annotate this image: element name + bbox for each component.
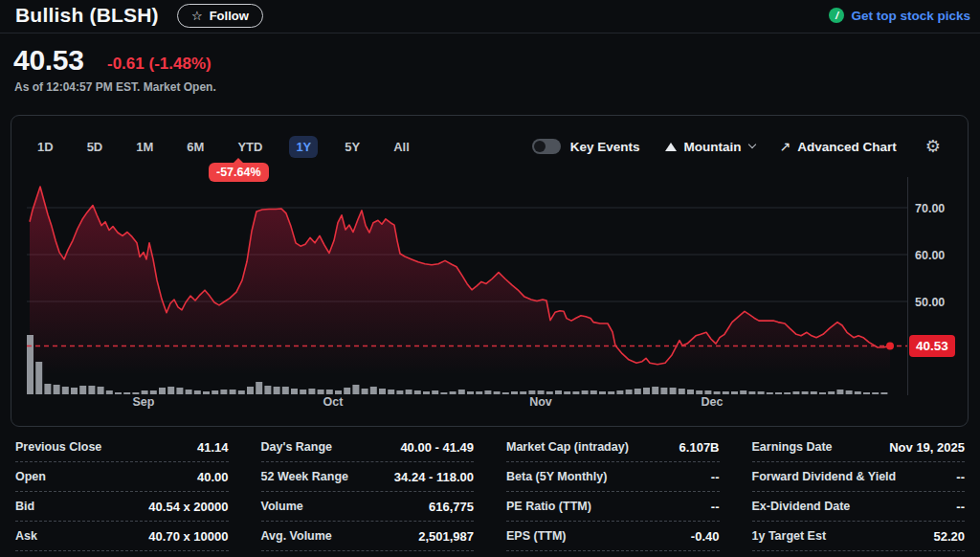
range-1m[interactable]: 1M	[129, 136, 160, 158]
volume-bar	[880, 392, 887, 394]
volume-bar	[238, 390, 245, 394]
volume-bar	[775, 392, 782, 394]
volume-bar	[511, 391, 518, 394]
volume-bar	[282, 387, 289, 394]
volume-bar	[582, 390, 589, 394]
volume-bar	[291, 389, 298, 394]
range-1d[interactable]: 1D	[31, 136, 60, 158]
price-change: -0.61 (-1.48%)	[107, 55, 212, 74]
volume-bar	[863, 392, 870, 394]
volume-bar	[176, 388, 183, 394]
volume-bar	[731, 391, 738, 394]
stat-ex-dividend-date: Ex-Dividend Date--	[752, 492, 966, 522]
toggle-switch-icon[interactable]	[532, 139, 561, 154]
volume-bar	[660, 388, 667, 394]
range-selector: 1D5D1M6MYTD1Y5YAll	[31, 136, 416, 158]
range-all[interactable]: All	[387, 136, 416, 158]
chart-panel: 1D5D1M6MYTD1Y5YAll Key Events Mountain ↗…	[11, 115, 969, 427]
volume-bar	[432, 390, 438, 394]
volume-bar	[740, 390, 746, 394]
stat-ask: Ask40.70 x 10000	[15, 522, 229, 551]
stat-value: 34.24 - 118.00	[394, 470, 474, 484]
volume-bar	[326, 390, 333, 394]
volume-bar	[608, 391, 614, 394]
stat-value: --	[956, 500, 965, 514]
stat-earnings-date: Earnings DateNov 19, 2025	[752, 433, 966, 462]
volume-bar	[616, 390, 623, 394]
stat-value: 40.00 - 41.49	[400, 440, 474, 455]
volume-bar	[476, 391, 482, 394]
stat-value: -0.40	[691, 529, 720, 544]
volume-bar	[494, 391, 501, 394]
stat-value: --	[711, 470, 720, 484]
volume-bar	[828, 391, 835, 394]
volume-bar	[819, 392, 826, 394]
key-events-toggle[interactable]: Key Events	[532, 139, 640, 154]
volume-bar	[546, 391, 553, 394]
volume-bar	[388, 390, 394, 394]
volume-bar	[855, 391, 861, 394]
mountain-icon	[665, 143, 677, 151]
volume-bar	[352, 385, 359, 394]
follow-button[interactable]: ☆ Follow	[177, 4, 263, 28]
volume-bar	[846, 390, 853, 394]
range-5d[interactable]: 5D	[80, 136, 110, 158]
range-ytd[interactable]: YTD	[231, 136, 269, 158]
volume-bar	[502, 392, 509, 394]
range-5y[interactable]: 5Y	[338, 136, 367, 158]
page-title: Bullish (BLSH)	[15, 4, 159, 27]
stat-label: PE Ratio (TTM)	[506, 500, 591, 513]
price-chart[interactable]: 70.0060.0050.00SepOctNovDec	[11, 116, 968, 426]
stat-beta-5y-monthly: Beta (5Y Monthly)--	[506, 462, 720, 492]
volume-bar	[335, 390, 342, 394]
x-axis-label: Dec	[702, 395, 724, 409]
get-top-stock-picks-link[interactable]: / Get top stock picks	[829, 8, 970, 23]
stat-label: Volume	[261, 500, 303, 513]
stat-value: --	[956, 470, 965, 484]
advanced-chart-label: Advanced Chart	[797, 140, 897, 154]
volume-bar	[123, 392, 130, 394]
volume-bar	[423, 391, 430, 394]
volume-bar	[748, 391, 755, 394]
volume-bar	[344, 388, 350, 394]
range-6m[interactable]: 6M	[180, 136, 211, 158]
stat-label: Market Cap (intraday)	[506, 440, 629, 454]
volume-bar	[758, 391, 765, 394]
stat-avg-volume: Avg. Volume2,501,987	[261, 522, 475, 551]
volume-bar	[872, 392, 879, 394]
volume-bar	[811, 391, 817, 394]
volume-bar	[115, 392, 122, 394]
stat-forward-dividend-yield: Forward Dividend & Yield--	[752, 462, 966, 492]
current-price-tag: 40.53	[909, 335, 955, 357]
volume-bar	[362, 389, 368, 394]
premium-icon: /	[829, 8, 844, 23]
volume-bar	[27, 335, 33, 394]
volume-bar	[88, 386, 95, 394]
volume-bar	[528, 390, 535, 394]
range-change-badge: -57.64%	[209, 163, 269, 182]
advanced-chart-link[interactable]: ↗ Advanced Chart	[780, 139, 897, 154]
stat-value: --	[711, 500, 720, 514]
volume-bar	[71, 388, 78, 394]
volume-bar	[194, 390, 201, 394]
stat-label: 52 Week Range	[261, 470, 348, 483]
key-events-label: Key Events	[570, 140, 640, 154]
volume-bar	[784, 392, 791, 394]
settings-gear-icon[interactable]: ⚙	[925, 138, 941, 155]
stat-market-cap-intraday: Market Cap (intraday)6.107B	[506, 433, 720, 462]
chart-type-label: Mountain	[684, 140, 742, 154]
range-1y[interactable]: 1Y	[289, 136, 318, 158]
x-axis-label: Oct	[323, 395, 345, 409]
volume-bar	[679, 389, 685, 394]
stat-label: 1y Target Est	[752, 529, 827, 543]
volume-bar	[643, 388, 650, 394]
stat-label: Previous Close	[15, 440, 101, 454]
volume-bar	[54, 385, 60, 394]
volume-bar	[590, 390, 597, 394]
chart-type-dropdown[interactable]: Mountain	[665, 140, 755, 154]
volume-bar	[203, 391, 210, 394]
volume-bar	[106, 390, 113, 394]
volume-bar	[635, 389, 641, 394]
volume-bar	[626, 390, 633, 394]
volume-bar	[98, 387, 104, 394]
